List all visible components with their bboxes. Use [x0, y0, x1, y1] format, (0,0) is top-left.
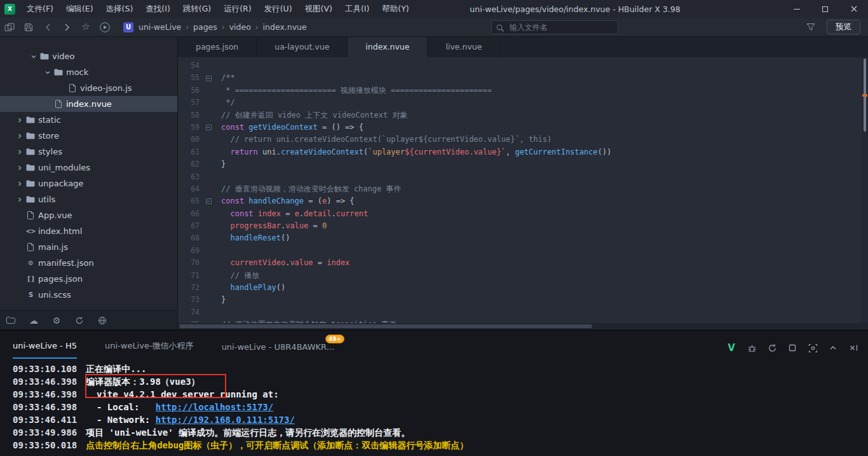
code-line[interactable]: 61 return uni.createVideoContext(`uplaye… [178, 146, 868, 158]
line-number[interactable]: 75 [178, 319, 203, 323]
code-line[interactable]: 54 [178, 60, 868, 72]
editor-tab-index.nvue[interactable]: index.nvue [348, 37, 428, 57]
menu-item[interactable]: 运行(R) [217, 0, 257, 18]
fold-marker-icon[interactable]: − [203, 121, 214, 134]
vertical-scrollbar[interactable] [862, 57, 868, 323]
chevron-right-icon[interactable] [15, 134, 24, 139]
close-icon[interactable] [839, 0, 868, 18]
line-number[interactable]: 58 [178, 109, 203, 121]
log-link[interactable]: http://localhost:5173/ [156, 402, 273, 412]
code-line[interactable]: 70 currentVideo.value = index [178, 257, 868, 269]
search-input[interactable] [491, 20, 618, 34]
menu-item[interactable]: 帮助(Y) [376, 0, 415, 18]
chevron-down-icon[interactable] [29, 54, 38, 59]
chevron-down-icon[interactable] [43, 70, 52, 75]
line-number[interactable]: 74 [178, 307, 203, 319]
line-number[interactable]: 67 [178, 220, 203, 232]
line-number[interactable]: 60 [178, 134, 203, 146]
tree-item-uni.scss[interactable]: Suni.scss [0, 287, 177, 303]
globe-icon[interactable] [97, 316, 108, 325]
menu-item[interactable]: 查找(I) [139, 0, 176, 18]
code-line[interactable]: 68 handleReset() [178, 232, 868, 244]
code-line[interactable]: 71 // 播放 [178, 270, 868, 282]
fold-marker-icon[interactable]: − [203, 72, 214, 84]
close-console-icon[interactable] [848, 342, 859, 354]
tree-item-video[interactable]: video [0, 48, 177, 64]
menu-item[interactable]: 选择(S) [100, 0, 140, 18]
editor-tab-ua-layout.vue[interactable]: ua-layout.vue [257, 37, 348, 57]
line-number[interactable]: 66 [178, 208, 203, 220]
code-line[interactable]: 64// 垂直滑动视频，滑动改变时会触发 change 事件 [178, 183, 868, 195]
console-output[interactable]: 09:33:10.108正在编译中...09:33:46.398编译器版本：3.… [0, 359, 868, 456]
console-tab-uni-weLive - H5[interactable]: uni-weLive - H5 [13, 341, 77, 359]
chevron-right-icon[interactable] [15, 181, 24, 186]
maximize-icon[interactable] [811, 0, 839, 18]
horizontal-scrollbar-thumb[interactable] [179, 324, 592, 328]
chevron-right-icon[interactable] [15, 165, 24, 170]
line-number[interactable]: 63 [178, 171, 203, 183]
preview-button[interactable]: 预览 [827, 20, 860, 34]
line-number[interactable]: 71 [178, 270, 203, 282]
chevron-right-icon[interactable] [15, 197, 24, 202]
menu-item[interactable]: 发行(U) [258, 0, 299, 18]
line-number[interactable]: 64 [178, 183, 203, 195]
vue-indicator-icon[interactable]: V [726, 342, 737, 354]
line-number[interactable]: 56 [178, 85, 203, 97]
chevron-right-icon[interactable] [15, 149, 24, 155]
horizontal-scrollbar[interactable] [178, 323, 868, 329]
tree-item-static[interactable]: static [0, 112, 177, 128]
code-line[interactable]: 60 // return uni.createVideoContext(`upl… [178, 134, 868, 146]
tree-item-styles[interactable]: styles [0, 144, 177, 160]
tree-item-App.vue[interactable]: App.vue [0, 207, 177, 223]
tree-item-uni_modules[interactable]: uni_modules [0, 160, 177, 176]
star-icon[interactable]: ☆ [76, 18, 95, 37]
breadcrumb-item[interactable]: video [228, 22, 252, 32]
menu-item[interactable]: 文件(F) [20, 0, 60, 18]
code-line[interactable]: 57 */ [178, 97, 868, 109]
tree-item-mock[interactable]: mock [0, 64, 177, 80]
code-line[interactable]: 69 [178, 245, 868, 257]
panels-icon[interactable] [0, 18, 19, 37]
line-number[interactable]: 70 [178, 257, 203, 269]
line-number[interactable]: 69 [178, 245, 203, 257]
project-icon[interactable]: U [123, 22, 133, 32]
tree-item-index.html[interactable]: <>index.html [0, 223, 177, 239]
code-line[interactable]: 63 [178, 171, 868, 183]
code-line[interactable]: 59−const getVideoContext = () => { [178, 121, 868, 134]
menu-item[interactable]: 跳转(G) [177, 0, 217, 18]
screenshot-icon[interactable] [807, 342, 818, 354]
line-number[interactable]: 54 [178, 60, 203, 72]
explorer-icon[interactable] [5, 317, 17, 324]
editor-tab-pages.json[interactable]: pages.json [178, 37, 257, 57]
collapse-panel-icon[interactable] [827, 342, 839, 354]
chevron-right-icon[interactable] [15, 118, 24, 123]
line-number[interactable]: 65 [178, 195, 203, 207]
code-line[interactable]: 74 [178, 307, 868, 319]
menu-item[interactable]: 视图(V) [299, 0, 339, 18]
forward-icon[interactable] [57, 18, 76, 37]
code-line[interactable]: 56 * ====================== 视频播放模块 =====… [178, 85, 868, 97]
line-number[interactable]: 72 [178, 282, 203, 294]
code-line[interactable]: 66 const index = e.detail.current [178, 208, 868, 220]
log-link[interactable]: http://192.168.0.111:5173/ [156, 415, 295, 425]
breadcrumb-item[interactable]: pages [192, 22, 219, 32]
settings-icon[interactable]: ⚙ [51, 315, 62, 326]
line-number[interactable]: 62 [178, 158, 203, 170]
code-line[interactable]: 67 progressBar.value = 0 [178, 220, 868, 232]
code-line[interactable]: 58// 创建并返回 video 上下文 videoContext 对象 [178, 109, 868, 121]
line-number[interactable]: 55 [178, 72, 203, 84]
editor-tab-live.nvue[interactable]: live.nvue [428, 37, 500, 57]
minimize-icon[interactable] [782, 0, 811, 18]
breadcrumb-item[interactable]: uni-weLive [137, 22, 182, 32]
code-line[interactable]: 75// 滑动位置发生改变时会触发 transition 事件 [178, 319, 868, 323]
code-line[interactable]: 55−/** [178, 72, 868, 84]
code-area[interactable]: 5455−/**56 * ====================== 视频播放… [178, 57, 868, 323]
tree-item-video-json.js[interactable]: video-json.js [0, 80, 177, 96]
line-number[interactable]: 57 [178, 97, 203, 109]
line-number[interactable]: 61 [178, 146, 203, 158]
menu-item[interactable]: 编辑(E) [60, 0, 100, 18]
tree-item-unpackage[interactable]: unpackage [0, 176, 177, 191]
console-tab-uni-weLive-微信小程序[interactable]: uni-weLive-微信小程序 [105, 340, 194, 359]
code-line[interactable]: 62} [178, 158, 868, 170]
tree-item-index.nvue[interactable]: index.nvue [0, 96, 177, 112]
